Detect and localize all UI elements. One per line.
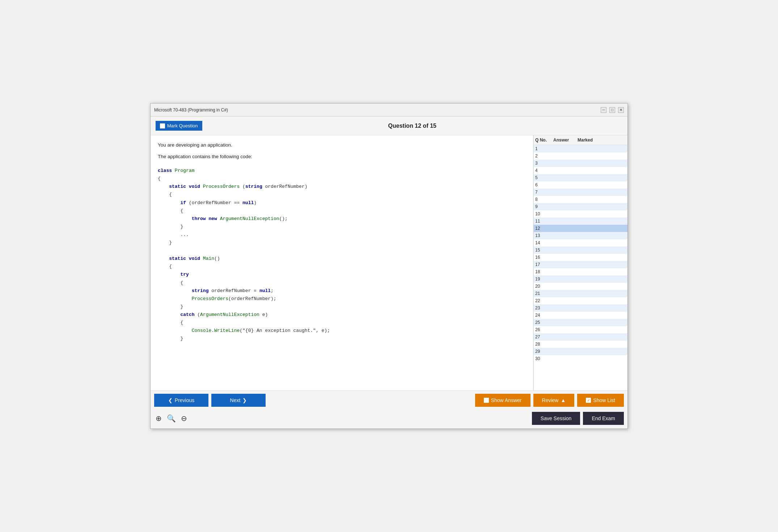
table-row[interactable]: 2	[534, 152, 627, 160]
table-row[interactable]: 19	[534, 275, 627, 283]
row-extra	[602, 233, 626, 238]
table-row[interactable]: 13	[534, 232, 627, 239]
row-extra	[602, 240, 626, 245]
row-num: 3	[535, 161, 553, 166]
row-extra	[602, 255, 626, 260]
header: Mark Question Question 12 of 15	[151, 117, 627, 135]
zoom-in-button[interactable]: ⊕	[154, 413, 163, 423]
zoom-out-button[interactable]: ⊖	[179, 413, 189, 423]
row-num: 27	[535, 334, 553, 339]
table-row[interactable]: 25	[534, 319, 627, 326]
table-row[interactable]: 11	[534, 218, 627, 225]
footer: Previous Next Show Answer Review ▲ ✓ Sho…	[151, 390, 627, 428]
row-answer	[553, 219, 578, 224]
row-num: 16	[535, 255, 553, 260]
save-session-button[interactable]: Save Session	[532, 412, 580, 425]
row-marked	[578, 219, 602, 224]
row-answer	[553, 153, 578, 159]
row-num: 15	[535, 248, 553, 253]
review-button[interactable]: Review ▲	[533, 394, 575, 407]
close-button[interactable]: ✕	[618, 107, 624, 113]
row-marked	[578, 305, 602, 311]
table-row[interactable]: 3	[534, 160, 627, 167]
row-extra	[602, 327, 626, 332]
row-answer	[553, 182, 578, 187]
row-num: 7	[535, 190, 553, 195]
row-num: 6	[535, 182, 553, 187]
row-num: 26	[535, 327, 553, 332]
table-row[interactable]: 24	[534, 312, 627, 319]
table-row[interactable]: 15	[534, 246, 627, 254]
end-exam-button[interactable]: End Exam	[583, 412, 624, 425]
row-extra	[602, 284, 626, 289]
row-answer	[553, 342, 578, 347]
table-row[interactable]: 5	[534, 174, 627, 181]
row-answer	[553, 276, 578, 282]
row-answer	[553, 262, 578, 267]
table-row[interactable]: 18	[534, 268, 627, 275]
row-extra	[602, 262, 626, 267]
minimize-button[interactable]: ─	[601, 107, 606, 113]
previous-label: Previous	[175, 397, 194, 403]
window-title: Microsoft 70-483 (Programming in C#)	[154, 107, 228, 113]
row-extra	[602, 320, 626, 325]
show-answer-checkbox-icon	[484, 398, 489, 403]
row-answer	[553, 233, 578, 238]
table-row[interactable]: 1	[534, 145, 627, 152]
row-extra	[602, 197, 626, 202]
show-answer-button[interactable]: Show Answer	[475, 394, 530, 407]
next-button[interactable]: Next	[211, 394, 266, 407]
row-num: 1	[535, 146, 553, 151]
row-num: 30	[535, 356, 553, 361]
table-row[interactable]: 26	[534, 326, 627, 333]
maximize-button[interactable]: □	[609, 107, 615, 113]
row-extra	[602, 269, 626, 274]
table-row[interactable]: 30	[534, 355, 627, 362]
zoom-reset-button[interactable]: 🔍	[165, 413, 177, 423]
table-row[interactable]: 10	[534, 210, 627, 218]
show-list-button[interactable]: ✓ Show List	[577, 394, 624, 407]
row-answer	[553, 190, 578, 195]
row-marked	[578, 248, 602, 253]
row-marked	[578, 298, 602, 303]
row-extra	[602, 190, 626, 195]
row-num: 12	[535, 226, 553, 231]
app-window: Microsoft 70-483 (Programming in C#) ─ □…	[150, 103, 628, 429]
table-row[interactable]: 16	[534, 254, 627, 261]
table-row[interactable]: 4	[534, 167, 627, 174]
show-list-checkbox-icon: ✓	[586, 398, 591, 403]
table-row[interactable]: 21	[534, 290, 627, 297]
table-row[interactable]: 9	[534, 203, 627, 210]
save-session-label: Save Session	[541, 415, 572, 421]
table-row[interactable]: 17	[534, 261, 627, 268]
table-row[interactable]: 12	[534, 225, 627, 232]
mark-question-button[interactable]: Mark Question	[156, 121, 202, 131]
table-row[interactable]: 8	[534, 196, 627, 203]
show-list-label: Show List	[593, 397, 615, 403]
sidebar-list[interactable]: 1 2 3 4 5 6	[534, 145, 627, 390]
row-num: 24	[535, 313, 553, 318]
row-extra	[602, 219, 626, 224]
previous-button[interactable]: Previous	[154, 394, 208, 407]
row-num: 9	[535, 204, 553, 209]
table-row[interactable]: 22	[534, 297, 627, 304]
row-answer	[553, 211, 578, 216]
table-row[interactable]: 6	[534, 181, 627, 189]
table-row[interactable]: 7	[534, 189, 627, 196]
row-extra	[602, 313, 626, 318]
row-num: 11	[535, 219, 553, 224]
zoom-controls: ⊕ 🔍 ⊖	[154, 413, 189, 423]
row-extra	[602, 248, 626, 253]
row-extra	[602, 298, 626, 303]
table-row[interactable]: 20	[534, 283, 627, 290]
table-row[interactable]: 29	[534, 348, 627, 355]
row-num: 8	[535, 197, 553, 202]
table-row[interactable]: 14	[534, 239, 627, 246]
row-marked	[578, 313, 602, 318]
row-marked	[578, 204, 602, 209]
table-row[interactable]: 23	[534, 304, 627, 312]
table-row[interactable]: 28	[534, 341, 627, 348]
row-answer	[553, 168, 578, 173]
table-row[interactable]: 27	[534, 333, 627, 341]
sidebar-header: Q No. Answer Marked	[534, 135, 627, 145]
